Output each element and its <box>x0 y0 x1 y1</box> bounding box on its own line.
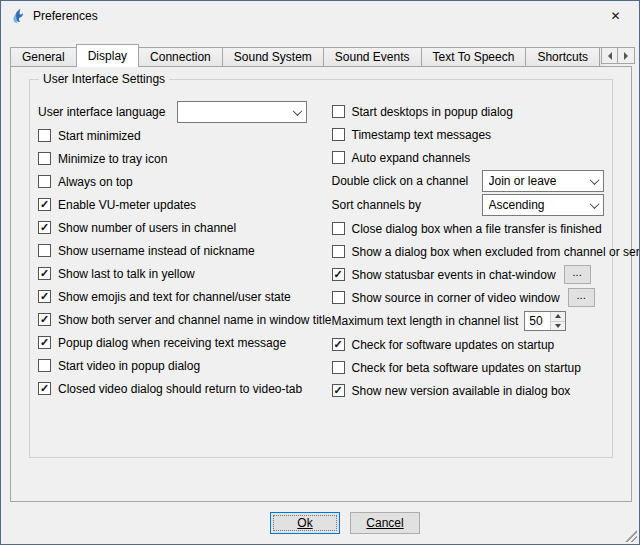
checkbox[interactable] <box>38 129 51 142</box>
combo-value: Ascending <box>489 198 587 212</box>
checkbox-row: Close dialog box when a file transfer is… <box>332 217 605 240</box>
checkbox[interactable] <box>38 244 51 257</box>
tab-connection[interactable]: Connection <box>138 47 223 67</box>
spinner-value[interactable]: 50 <box>525 312 550 330</box>
tab-bar: General Display Connection Sound System … <box>10 44 604 67</box>
checkbox-label[interactable]: Start minimized <box>58 129 141 143</box>
checkbox[interactable] <box>38 359 51 372</box>
max-text-length-spinner: 50 <box>524 311 566 331</box>
tab-sound-system[interactable]: Sound System <box>222 47 324 67</box>
checkbox-label[interactable]: Check for software updates on startup <box>352 338 555 352</box>
checkbox[interactable] <box>332 222 345 235</box>
checkbox-label[interactable]: Show username instead of nickname <box>58 244 255 258</box>
checkbox-label[interactable]: Show number of users in channel <box>58 221 236 235</box>
checkbox[interactable] <box>38 152 51 165</box>
checkbox-label[interactable]: Always on top <box>58 175 133 189</box>
tab-page-display: User Interface Settings User interface l… <box>10 66 632 502</box>
spin-up-icon[interactable] <box>551 312 565 322</box>
checkbox-row: Show last to talk in yellow <box>38 262 332 285</box>
checkbox-row: Show both server and channel name in win… <box>38 308 332 331</box>
checkbox[interactable] <box>38 198 51 211</box>
checkbox-row: Enable VU-meter updates <box>38 193 332 216</box>
checkbox[interactable] <box>332 291 345 304</box>
close-icon[interactable]: ✕ <box>593 2 638 30</box>
tab-label: Sound System <box>234 50 312 64</box>
window-title: Preferences <box>33 9 98 23</box>
video-source-more-button[interactable]: ... <box>568 288 595 307</box>
language-select[interactable] <box>177 101 307 123</box>
double-click-row: Double click on a channel Join or leave <box>332 169 605 193</box>
tab-scroll-control <box>601 47 635 64</box>
checkbox[interactable] <box>332 245 345 258</box>
checkbox-label[interactable]: Show last to talk in yellow <box>58 267 195 281</box>
checkbox-label[interactable]: Timestamp text messages <box>352 128 492 142</box>
checkbox-label[interactable]: Start desktops in popup dialog <box>352 105 513 119</box>
statusbar-events-more-button[interactable]: ... <box>564 265 591 284</box>
checkbox-row: Popup dialog when receiving text message <box>38 331 332 354</box>
checkbox-row: Show username instead of nickname <box>38 239 332 262</box>
checkbox[interactable] <box>332 384 345 397</box>
checkbox[interactable] <box>38 267 51 280</box>
checkbox-label[interactable]: Close dialog box when a file transfer is… <box>352 222 602 236</box>
checkbox[interactable] <box>332 105 345 118</box>
checkbox-row: Check for beta software updates on start… <box>332 356 605 379</box>
language-label: User interface language <box>38 105 177 119</box>
checkbox-label[interactable]: Start video in popup dialog <box>58 359 200 373</box>
checkbox-row: Start minimized <box>38 124 332 147</box>
video-source-row: Show source in corner of video window ..… <box>332 286 605 309</box>
tab-label: Text To Speech <box>433 50 515 64</box>
left-column: User interface language Start minimized … <box>38 100 332 402</box>
titlebar: Preferences ✕ <box>1 1 639 31</box>
checkbox-label[interactable]: Popup dialog when receiving text message <box>58 336 286 350</box>
checkbox[interactable] <box>38 313 51 326</box>
checkbox[interactable] <box>38 290 51 303</box>
sort-channels-label: Sort channels by <box>332 198 482 212</box>
tab-label: Connection <box>150 50 211 64</box>
checkbox-label[interactable]: Show statusbar events in chat-window <box>352 268 556 282</box>
tab-label: General <box>22 50 65 64</box>
checkbox-label[interactable]: Check for beta software updates on start… <box>352 361 581 375</box>
checkbox-label[interactable]: Show emojis and text for channel/user st… <box>58 290 291 304</box>
checkbox[interactable] <box>38 175 51 188</box>
checkbox-row: Timestamp text messages <box>332 123 605 146</box>
checkbox[interactable] <box>38 382 51 395</box>
ok-button[interactable]: Ok <box>270 512 340 534</box>
checkbox-row: Closed video dialog should return to vid… <box>38 377 332 400</box>
checkbox-label[interactable]: Show new version available in dialog box <box>352 384 571 398</box>
checkbox-label[interactable]: Enable VU-meter updates <box>58 198 196 212</box>
tab-display[interactable]: Display <box>76 44 139 67</box>
double-click-select[interactable]: Join or leave <box>482 170 605 192</box>
tab-text-to-speech[interactable]: Text To Speech <box>421 47 527 67</box>
checkbox[interactable] <box>332 338 345 351</box>
cancel-button[interactable]: Cancel <box>350 512 420 534</box>
chevron-down-icon <box>586 171 603 191</box>
checkbox-row: Start desktops in popup dialog <box>332 100 605 123</box>
checkbox-label[interactable]: Closed video dialog should return to vid… <box>58 382 302 396</box>
checkbox-row: Always on top <box>38 170 332 193</box>
checkbox[interactable] <box>332 361 345 374</box>
checkbox-label[interactable]: Show source in corner of video window <box>352 291 560 305</box>
checkbox-label[interactable]: Minimize to tray icon <box>58 152 167 166</box>
tab-label: Display <box>88 49 127 63</box>
cancel-button-label: Cancel <box>366 516 403 530</box>
user-interface-settings-group: User Interface Settings User interface l… <box>29 79 613 458</box>
chevron-down-icon <box>586 195 603 215</box>
checkbox[interactable] <box>332 128 345 141</box>
tab-sound-events[interactable]: Sound Events <box>323 47 422 67</box>
statusbar-events-row: Show statusbar events in chat-window ... <box>332 263 605 286</box>
sort-channels-select[interactable]: Ascending <box>482 194 605 216</box>
checkbox[interactable] <box>38 336 51 349</box>
checkbox[interactable] <box>332 268 345 281</box>
checkbox[interactable] <box>332 151 345 164</box>
tab-scroll-right-icon[interactable] <box>618 47 635 64</box>
checkbox-label[interactable]: Show a dialog box when excluded from cha… <box>352 245 640 259</box>
resize-grip[interactable] <box>625 530 637 542</box>
tab-shortcuts[interactable]: Shortcuts <box>525 47 600 67</box>
spin-down-icon[interactable] <box>551 322 565 331</box>
checkbox-row: Show number of users in channel <box>38 216 332 239</box>
checkbox[interactable] <box>38 221 51 234</box>
checkbox-label[interactable]: Auto expand channels <box>352 151 471 165</box>
tab-general[interactable]: General <box>10 47 77 67</box>
tab-scroll-left-icon[interactable] <box>601 47 618 64</box>
checkbox-label[interactable]: Show both server and channel name in win… <box>58 313 332 327</box>
